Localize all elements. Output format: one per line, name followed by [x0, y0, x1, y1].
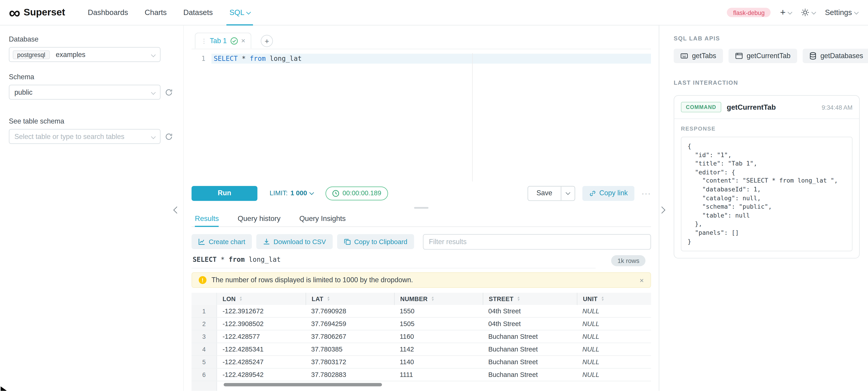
sort-down-icon: ▾: [240, 299, 242, 301]
sort-icon[interactable]: ▴▾: [327, 296, 329, 301]
tab-query-history[interactable]: Query history: [238, 210, 280, 226]
column-header-street[interactable]: STREET ▴▾: [483, 293, 577, 305]
cell-lat: 37.780385: [306, 343, 394, 355]
row-limit-warning-banner: ! The number of rows displayed is limite…: [191, 272, 651, 288]
last-interaction-card: COMMAND getCurrentTab 9:34:48 AM RESPONS…: [674, 95, 860, 258]
filter-results-input[interactable]: [423, 234, 651, 249]
sort-icon[interactable]: ▴▾: [601, 296, 603, 301]
drag-handle-icon[interactable]: ⋮: [201, 38, 207, 43]
chevron-down-icon: [246, 9, 251, 14]
column-label: LAT: [312, 296, 323, 302]
nav-charts[interactable]: Charts: [136, 0, 175, 25]
sort-icon[interactable]: ▴▾: [240, 296, 242, 301]
cell-number: 1142: [394, 343, 483, 355]
row-number: 4: [191, 343, 217, 355]
schema-select[interactable]: public: [9, 85, 161, 100]
cell-street: Buchanan Street: [483, 330, 577, 343]
cell-number: 1550: [394, 305, 483, 317]
get-current-tab-label: getCurrentTab: [747, 52, 790, 60]
sort-down-icon: ▾: [432, 299, 434, 301]
save-button[interactable]: Save: [528, 186, 561, 200]
table-row[interactable]: 4 -122.4285341 37.780385 1142 Buchanan S…: [191, 343, 651, 356]
database-select[interactable]: postgresql examples: [9, 47, 161, 62]
results-tabs: Results Query history Query Insights: [191, 210, 651, 227]
run-button[interactable]: Run: [191, 186, 257, 201]
plus-icon: +: [265, 37, 269, 45]
create-chart-label: Create chart: [209, 238, 245, 246]
cell-street: 04th Street: [483, 318, 577, 330]
navbar: ∞ Superset Dashboards Charts Datasets SQ…: [0, 0, 868, 26]
refresh-schemas-button[interactable]: [165, 88, 173, 96]
nav-sql[interactable]: SQL: [221, 0, 259, 25]
sql-keyword: from: [250, 55, 266, 62]
get-tabs-button[interactable]: getTabs: [674, 49, 723, 63]
results-grid: LON ▴▾ LAT ▴▾ NUMBER ▴▾ STREET ▴▾ UNIT: [191, 293, 651, 391]
create-chart-button[interactable]: Create chart: [191, 234, 252, 249]
table-select[interactable]: Select table or type to search tables: [9, 129, 161, 144]
warning-icon: !: [199, 276, 207, 284]
table-header-row: LON ▴▾ LAT ▴▾ NUMBER ▴▾ STREET ▴▾ UNIT: [191, 293, 651, 305]
download-icon: [263, 238, 270, 245]
query-timer-badge: 00:00:00.189: [326, 186, 388, 200]
limit-dropdown[interactable]: LIMIT: 1 000: [270, 189, 313, 197]
sql-keyword: SELECT: [214, 55, 238, 62]
clock-icon: [332, 190, 339, 197]
query-preview-row: SELECT * from long_lat 1k rows: [191, 253, 651, 268]
query-tabs-bar: ⋮ Tab 1 × +: [191, 33, 651, 49]
add-tab-button[interactable]: +: [261, 35, 273, 47]
editor-gutter: 1: [191, 54, 211, 64]
column-header-lat[interactable]: LAT ▴▾: [306, 293, 394, 305]
table-row[interactable]: 3 -122.428577 37.7806267 1160 Buchanan S…: [191, 330, 651, 343]
get-current-tab-button[interactable]: getCurrentTab: [728, 49, 797, 63]
cell-street: 04th Street: [483, 305, 577, 317]
row-number: 3: [191, 330, 217, 343]
more-options-button[interactable]: ···: [642, 189, 651, 198]
column-header-number[interactable]: NUMBER ▴▾: [394, 293, 483, 305]
sql-code-line[interactable]: SELECT * from long_lat: [214, 54, 302, 64]
last-interaction-title: LAST INTERACTION: [674, 79, 860, 86]
get-databases-button[interactable]: getDatabases: [803, 49, 868, 63]
cell-street: [483, 381, 577, 391]
copy-link-button[interactable]: Copy link: [582, 186, 634, 201]
sort-down-icon: ▾: [517, 299, 519, 301]
table-row[interactable]: 5 -122.4285247 37.7803172 1140 Buchanan …: [191, 356, 651, 368]
table-row[interactable]: 6 -122.4289542 37.7802883 1111 Buchanan …: [191, 368, 651, 381]
save-split-button: Save: [528, 186, 575, 201]
row-number: [191, 381, 217, 391]
column-header-lon[interactable]: LON ▴▾: [217, 293, 306, 305]
chevron-down-icon: [151, 90, 156, 95]
copy-clipboard-button[interactable]: Copy to Clipboard: [337, 234, 414, 249]
editor-toolbar: Run LIMIT: 1 000 00:00:00.189 Save Copy …: [191, 182, 651, 205]
close-tab-icon[interactable]: ×: [241, 38, 246, 43]
table-row[interactable]: 2 -122.3908502 37.7694259 1505 04th Stre…: [191, 318, 651, 330]
pane-resize-handle[interactable]: [191, 205, 651, 210]
sql-code-editor[interactable]: 1 SELECT * from long_lat: [191, 53, 651, 182]
sort-icon[interactable]: ▴▾: [517, 296, 519, 301]
nav-dashboards[interactable]: Dashboards: [80, 0, 136, 25]
plus-icon: +: [780, 9, 785, 17]
sort-icon[interactable]: ▴▾: [432, 296, 434, 301]
theme-toggle[interactable]: [801, 8, 815, 17]
cell-number: 1160: [394, 330, 483, 343]
save-dropdown-button[interactable]: [560, 186, 575, 200]
tab-results[interactable]: Results: [195, 210, 219, 226]
nav-datasets[interactable]: Datasets: [175, 0, 221, 25]
query-tab[interactable]: ⋮ Tab 1 ×: [195, 33, 251, 49]
cell-number: [394, 381, 483, 391]
chevron-down-icon: [788, 9, 793, 14]
refresh-tables-button[interactable]: [165, 133, 173, 140]
limit-label: LIMIT:: [270, 189, 288, 197]
horizontal-scrollbar[interactable]: [224, 383, 382, 387]
tab-query-insights[interactable]: Query Insights: [299, 210, 346, 226]
close-icon[interactable]: ×: [640, 276, 644, 284]
new-item-button[interactable]: +: [780, 9, 792, 17]
cell-unit: NULL: [577, 330, 651, 343]
copy-clipboard-label: Copy to Clipboard: [354, 238, 407, 246]
timer-value: 00:00:00.189: [342, 189, 381, 197]
download-csv-button[interactable]: Download to CSV: [256, 234, 333, 249]
settings-label: Settings: [825, 8, 852, 17]
table-row[interactable]: 1 -122.3912672 37.7690928 1550 04th Stre…: [191, 305, 651, 318]
refresh-icon: [165, 133, 173, 140]
column-header-unit[interactable]: UNIT ▴▾: [577, 293, 651, 305]
settings-menu[interactable]: Settings: [825, 8, 858, 17]
